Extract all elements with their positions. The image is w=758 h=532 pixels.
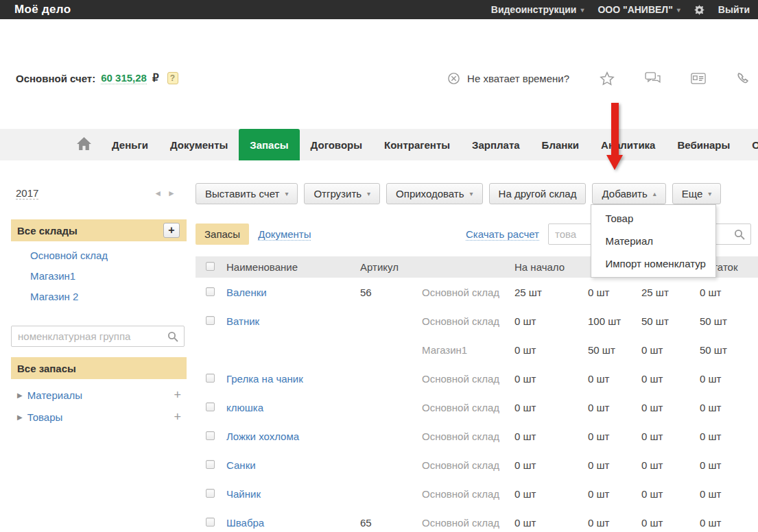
logout-link[interactable]: Выйти bbox=[718, 4, 750, 15]
nav-item[interactable]: Деньги bbox=[101, 129, 159, 160]
video-instructions-link[interactable]: Видеоинструкции ▾ bbox=[491, 4, 584, 15]
quantity-cell: 0 шт bbox=[514, 402, 588, 413]
header-name: Наименование bbox=[226, 261, 360, 273]
row-checkbox[interactable] bbox=[206, 316, 215, 325]
checkbox-cell bbox=[196, 402, 226, 413]
table-row: клюшкаОсновной склад0 шт0 шт0 шт0 шт bbox=[196, 393, 758, 422]
warehouse-cell: Основной склад bbox=[422, 459, 514, 471]
nav-item-label: Запасы bbox=[250, 139, 288, 151]
quantity-cell: 0 шт bbox=[514, 373, 588, 385]
warehouse-link[interactable]: Основной склад bbox=[30, 250, 196, 262]
button-label: Выставить счет bbox=[205, 188, 279, 200]
tab-documents[interactable]: Документы bbox=[258, 228, 311, 241]
nav-item[interactable]: Контрагенты bbox=[373, 129, 461, 160]
add-group-button[interactable]: + bbox=[174, 389, 181, 401]
row-checkbox[interactable] bbox=[206, 518, 215, 527]
search-icon[interactable] bbox=[167, 331, 178, 344]
select-all-checkbox[interactable] bbox=[206, 262, 215, 271]
red-arrow-annotation bbox=[606, 103, 623, 170]
warehouses-header-label: Все склады bbox=[17, 225, 78, 237]
item-name-link[interactable]: Валенки bbox=[226, 287, 267, 298]
nav-item[interactable]: Бланки bbox=[531, 129, 590, 160]
group-item[interactable]: ▶ Материалы bbox=[17, 389, 82, 401]
item-name-link[interactable]: Чайник bbox=[226, 488, 261, 500]
row-checkbox[interactable] bbox=[206, 287, 215, 296]
menu-item-product[interactable]: Товар bbox=[591, 207, 715, 230]
add-button[interactable]: Добавить ▴ bbox=[592, 183, 665, 204]
stocks-table: Наименование Артикул На начало Остаток В… bbox=[196, 256, 758, 532]
no-time-link[interactable]: Не хватает времени? bbox=[447, 72, 569, 85]
row-checkbox[interactable] bbox=[206, 374, 215, 383]
warehouse-link[interactable]: Магазин1 bbox=[30, 270, 196, 282]
star-icon[interactable] bbox=[600, 71, 615, 86]
gear-icon[interactable] bbox=[694, 5, 704, 15]
chat-icon[interactable] bbox=[645, 72, 661, 85]
nomenclature-search-input[interactable] bbox=[11, 326, 185, 347]
row-checkbox[interactable] bbox=[206, 460, 215, 469]
more-button[interactable]: Еще ▾ bbox=[672, 183, 722, 204]
nav-item[interactable]: Отчеты bbox=[741, 129, 758, 160]
ship-button[interactable]: Отгрузить ▾ bbox=[304, 183, 380, 204]
year-selector[interactable]: 2017 bbox=[16, 187, 38, 200]
checkbox-cell bbox=[196, 431, 226, 442]
item-name-link[interactable]: Ложки хохлома bbox=[226, 431, 299, 442]
receive-goods-button[interactable]: Оприходовать ▾ bbox=[386, 183, 482, 204]
checkbox-cell bbox=[196, 373, 226, 385]
expand-triangle-icon[interactable]: ▶ bbox=[17, 391, 23, 399]
menu-item-material[interactable]: Материал bbox=[591, 230, 715, 252]
help-badge[interactable]: ? bbox=[167, 72, 178, 84]
item-name-link[interactable]: Санки bbox=[226, 459, 256, 471]
quantity-cell: 0 шт bbox=[700, 459, 758, 471]
pager-prev-icon[interactable]: ◄ bbox=[154, 189, 162, 198]
item-name-link[interactable]: Ватник bbox=[226, 315, 259, 327]
menu-item-import-nomenclature[interactable]: Импорт номенклатур bbox=[591, 252, 715, 275]
contact-card-icon[interactable] bbox=[691, 73, 706, 84]
checkbox-cell bbox=[196, 488, 226, 500]
phone-icon[interactable] bbox=[736, 71, 750, 85]
name-cell: Ватник bbox=[226, 315, 360, 327]
table-row-line: Грелка на чаникОсновной склад0 шт0 шт0 ш… bbox=[196, 364, 758, 393]
quantity-cell: 50 шт bbox=[641, 315, 700, 327]
warehouse-link[interactable]: Магазин 2 bbox=[30, 291, 196, 303]
quantity-cell: 50 шт bbox=[700, 344, 758, 356]
add-warehouse-button[interactable]: + bbox=[163, 223, 180, 238]
download-calculation-link[interactable]: Скачать расчет bbox=[466, 228, 539, 241]
item-name-link[interactable]: Грелка на чаник bbox=[226, 373, 303, 385]
move-to-warehouse-button[interactable]: На другой склад bbox=[489, 183, 587, 204]
quantity-cell: 50 шт bbox=[700, 315, 758, 327]
stocks-header[interactable]: Все запасы bbox=[11, 357, 187, 379]
nav-item-home[interactable] bbox=[67, 129, 101, 160]
company-name: ООО "АНИВЕЛ" bbox=[597, 4, 672, 15]
item-name-link[interactable]: Швабра bbox=[226, 517, 264, 529]
quantity-cell: 0 шт bbox=[641, 459, 700, 471]
topbar: Моё дело Видеоинструкции ▾ ООО "АНИВЕЛ" … bbox=[0, 0, 758, 19]
nav-item[interactable]: Аналитика bbox=[590, 129, 666, 160]
chevron-down-icon: ▾ bbox=[367, 190, 370, 197]
group-item[interactable]: ▶ Товары bbox=[17, 411, 62, 423]
nav-item[interactable]: Договоры bbox=[300, 129, 373, 160]
group-row: ▶ Товары + bbox=[11, 411, 181, 423]
warehouse-cell: Основной склад bbox=[422, 488, 514, 500]
item-name-link[interactable]: клюшка bbox=[226, 402, 263, 413]
expand-triangle-icon[interactable]: ▶ bbox=[17, 413, 23, 421]
nav-item[interactable]: Запасы bbox=[239, 129, 299, 160]
row-checkbox[interactable] bbox=[206, 489, 215, 498]
company-selector[interactable]: ООО "АНИВЕЛ" ▾ bbox=[597, 4, 680, 15]
issue-invoice-button[interactable]: Выставить счет ▾ bbox=[196, 183, 298, 204]
row-checkbox[interactable] bbox=[206, 431, 215, 440]
quantity-cell: 0 шт bbox=[700, 488, 758, 500]
quantity-cell: 0 шт bbox=[641, 431, 700, 442]
pager-next-icon[interactable]: ► bbox=[167, 189, 176, 198]
tab-stocks[interactable]: Запасы bbox=[196, 223, 249, 245]
warehouses-header[interactable]: Все склады + bbox=[11, 219, 187, 241]
nav-item[interactable]: Документы bbox=[159, 129, 239, 160]
nav-item[interactable]: Вебинары bbox=[666, 129, 741, 160]
nav-item[interactable]: Зарплата bbox=[461, 129, 531, 160]
row-checkbox[interactable] bbox=[206, 402, 215, 411]
search-icon[interactable] bbox=[734, 229, 745, 242]
add-group-button[interactable]: + bbox=[174, 411, 181, 423]
clock-icon bbox=[447, 72, 460, 85]
nav-item-label: Отчеты bbox=[752, 139, 758, 151]
account-amount[interactable]: 60 315,28 bbox=[101, 72, 147, 84]
no-time-label: Не хватает времени? bbox=[467, 73, 569, 84]
